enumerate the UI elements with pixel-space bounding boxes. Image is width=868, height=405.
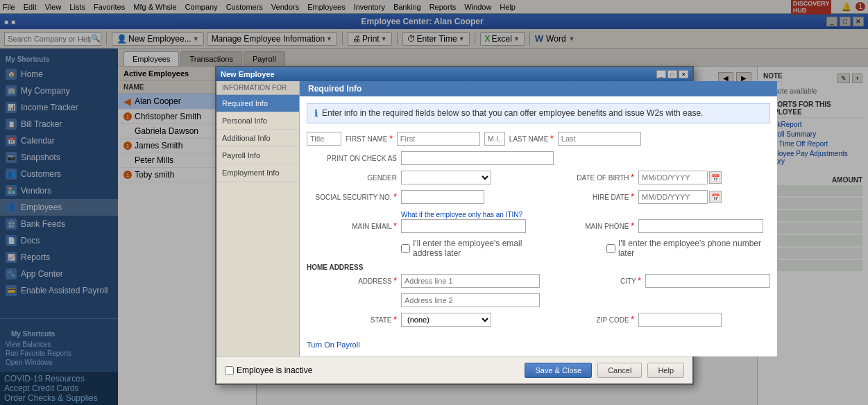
new-employee-modal: New Employee _ □ ✕ INFORMATION FOR Requi… <box>215 66 694 385</box>
inactive-checkbox[interactable] <box>225 366 234 375</box>
dob-calendar-icon[interactable]: 📅 <box>709 171 722 184</box>
hire-date-wrapper: 📅 <box>638 190 722 204</box>
email-phone-row: MAIN EMAIL * I'll enter the employee's e… <box>307 219 770 258</box>
modal-footer: Employee is inactive Save & Close Cancel… <box>216 356 692 384</box>
modal-nav-payroll[interactable]: Payroll Info <box>216 147 299 164</box>
state-zip-row: STATE * (none) Alabama Alaska California… <box>307 313 770 332</box>
email-later-label: I'll enter the employee's email address … <box>413 239 533 258</box>
dob-input[interactable] <box>638 171 708 184</box>
info-box: ℹ Enter info in the required fields belo… <box>307 103 770 123</box>
modal-nav-required[interactable]: Required Info <box>216 95 299 112</box>
modal-maximize-button[interactable]: □ <box>667 70 677 78</box>
help-button[interactable]: Help <box>647 363 684 378</box>
email-col: MAIN EMAIL * I'll enter the employee's e… <box>307 219 533 258</box>
address-left-col: ADDRESS * <box>307 274 540 313</box>
city-label: CITY * <box>551 276 641 286</box>
info-icon: ℹ <box>314 108 318 119</box>
phone-label: MAIN PHONE * <box>544 221 634 231</box>
dob-field-wrapper: 📅 <box>638 171 722 184</box>
gender-label: GENDER <box>307 174 397 182</box>
print-check-input[interactable] <box>401 151 554 165</box>
phone-input[interactable] <box>638 219 763 233</box>
save-close-button[interactable]: Save & Close <box>525 363 592 378</box>
email-later-checkbox[interactable] <box>401 244 410 253</box>
phone-checkbox-row: I'll enter the employee's phone number l… <box>606 239 770 258</box>
email-input[interactable] <box>401 219 526 233</box>
email-label: MAIN EMAIL * <box>307 221 397 231</box>
gender-dob-row: GENDER Male Female DATE OF BIRTH * <box>307 171 770 190</box>
address-row: ADDRESS * CITY * <box>307 274 770 313</box>
modal-close-button[interactable]: ✕ <box>679 70 688 78</box>
modal-nav-personal[interactable]: Personal Info <box>216 112 299 130</box>
mi-input[interactable] <box>484 132 505 146</box>
zip-label: ZIP CODE * <box>544 315 634 325</box>
hire-date-row: HIRE DATE * 📅 <box>544 190 770 204</box>
info-message: Enter info in the required fields below … <box>322 108 703 118</box>
turn-on-payroll-link[interactable]: Turn On Payroll <box>307 341 360 349</box>
dob-row: DATE OF BIRTH * 📅 <box>544 171 770 184</box>
cancel-button[interactable]: Cancel <box>597 363 642 378</box>
phone-later-checkbox[interactable] <box>606 244 615 253</box>
email-checkbox-row: I'll enter the employee's email address … <box>401 239 533 258</box>
modal-nav-additional[interactable]: Additional Info <box>216 130 299 147</box>
last-name-input[interactable] <box>558 132 641 146</box>
hire-cal-icon[interactable]: 📅 <box>709 191 722 203</box>
modal-nav: INFORMATION FOR Required Info Personal I… <box>216 81 300 356</box>
hire-date-input[interactable] <box>638 190 708 204</box>
modal-content-body: ℹ Enter info in the required fields belo… <box>300 96 777 356</box>
phone-row: MAIN PHONE * <box>544 219 770 233</box>
form-col-left: GENDER Male Female <box>307 171 533 190</box>
modal-minimize-button[interactable]: _ <box>656 70 666 78</box>
modal-title: New Employee <box>221 70 275 78</box>
itin-link[interactable]: What if the employee only has an ITIN? <box>401 211 522 218</box>
name-row: FIRST NAME * LAST NAME * <box>307 132 770 146</box>
modal-overlay: New Employee _ □ ✕ INFORMATION FOR Requi… <box>0 0 868 405</box>
modal-footer-right: Save & Close Cancel Help <box>525 363 684 378</box>
gender-select[interactable]: Male Female <box>401 171 491 184</box>
state-select[interactable]: (none) Alabama Alaska California New Yor… <box>401 313 491 327</box>
modal-nav-employment[interactable]: Employment Info <box>216 164 299 182</box>
ssn-label: SOCIAL SECURITY NO. * <box>307 192 397 202</box>
email-row: MAIN EMAIL * <box>307 219 533 233</box>
state-label: STATE * <box>307 315 397 325</box>
city-input[interactable] <box>645 274 770 288</box>
address-section: HOME ADDRESS ADDRESS * <box>307 264 770 332</box>
hire-date-label: HIRE DATE * <box>544 192 634 202</box>
ssn-input[interactable] <box>401 190 484 204</box>
phone-col: MAIN PHONE * I'll enter the employee's p… <box>544 219 770 258</box>
modal-footer-left: Employee is inactive <box>225 365 312 375</box>
first-name-input[interactable] <box>397 132 480 146</box>
address-label-field: ADDRESS * <box>307 276 397 286</box>
state-col: STATE * (none) Alabama Alaska California… <box>307 313 533 332</box>
address1-row: ADDRESS * <box>307 274 540 288</box>
first-name-label: FIRST NAME * <box>346 134 393 144</box>
modal-controls: _ □ ✕ <box>656 70 688 78</box>
dob-label: DATE OF BIRTH * <box>544 173 634 182</box>
ssn-col: SOCIAL SECURITY NO. * What if the employ… <box>307 190 533 219</box>
modal-nav-section: INFORMATION FOR <box>216 81 299 95</box>
gender-row: GENDER Male Female <box>307 171 533 184</box>
modal-title-bar: New Employee _ □ ✕ <box>216 67 692 81</box>
home-address-label: HOME ADDRESS <box>307 264 770 271</box>
form-col-right: DATE OF BIRTH * 📅 <box>544 171 770 190</box>
modal-content: Required Info ℹ Enter info in the requir… <box>300 81 777 356</box>
inactive-label: Employee is inactive <box>237 365 312 375</box>
hire-col: HIRE DATE * 📅 <box>544 190 770 219</box>
phone-later-label: I'll enter the employee's phone number l… <box>618 239 770 258</box>
zip-input[interactable] <box>638 313 722 327</box>
city-row: CITY * <box>551 274 770 288</box>
address-right-col: CITY * <box>551 274 770 313</box>
ssn-row: SOCIAL SECURITY NO. * <box>307 190 533 204</box>
state-row: STATE * (none) Alabama Alaska California… <box>307 313 533 327</box>
payroll-link-container: Turn On Payroll <box>307 338 770 350</box>
ssn-hire-row: SOCIAL SECURITY NO. * What if the employ… <box>307 190 770 219</box>
title-input[interactable] <box>307 132 341 146</box>
print-check-label: PRINT ON CHECK AS <box>307 155 397 162</box>
print-on-check-row: PRINT ON CHECK AS <box>307 151 770 165</box>
last-name-label: LAST NAME * <box>509 134 554 144</box>
zip-col: ZIP CODE * <box>544 313 770 332</box>
modal-content-header: Required Info <box>300 81 777 96</box>
address2-input[interactable] <box>401 293 540 307</box>
address1-input[interactable] <box>401 274 540 288</box>
modal-body: INFORMATION FOR Required Info Personal I… <box>216 81 692 356</box>
